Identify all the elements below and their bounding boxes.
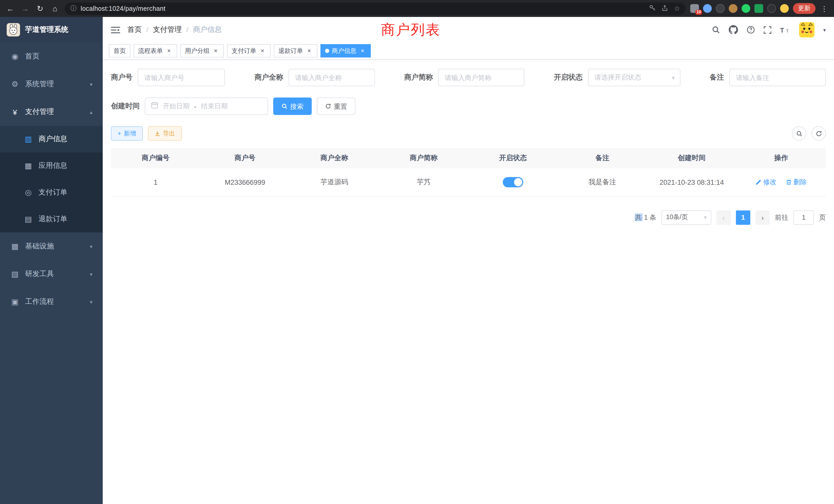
page-size-select[interactable]: 10条/页 ▾	[661, 210, 711, 225]
sidebar-item-dev-tools[interactable]: ▧ 研发工具 ▾	[0, 260, 103, 288]
table-row: 1 M233666999 芋道源码 芋艿 我是备注 2021-10-23 08:…	[111, 168, 826, 197]
goto-page-input[interactable]	[793, 210, 814, 225]
sidebar-toggle-icon[interactable]	[111, 26, 120, 33]
tab-refund-orders[interactable]: 退款订单 ×	[274, 44, 317, 58]
screen: ← → ↻ ⌂ ⓘ localhost:1024/pay/merchant ☆ …	[0, 0, 834, 504]
browser-update-button[interactable]: 更新	[793, 3, 815, 14]
export-button[interactable]: 导出	[148, 126, 182, 141]
close-icon[interactable]: ×	[166, 47, 173, 54]
table-header-row: 商户编号 商户号 商户全称 商户简称 开启状态 备注 创建时间 操作	[111, 148, 826, 168]
address-bar[interactable]: ⓘ localhost:1024/pay/merchant ☆	[65, 2, 686, 15]
tab-merchant-info[interactable]: 商户信息 ×	[321, 44, 371, 58]
full-name-label: 商户全称	[255, 73, 283, 82]
breadcrumb-separator: /	[186, 26, 189, 34]
browser-menu-icon[interactable]: ⋮	[820, 4, 829, 13]
browser-reload-icon[interactable]: ↻	[35, 0, 45, 17]
browser-profile-avatar[interactable]	[780, 4, 789, 13]
search-button[interactable]: 搜索	[273, 97, 312, 115]
search-icon[interactable]	[712, 26, 720, 34]
extension-icon[interactable]	[767, 4, 776, 13]
status-select-placeholder: 请选择开启状态	[594, 73, 641, 82]
close-icon[interactable]: ×	[259, 47, 266, 54]
extension-icon[interactable]	[729, 4, 738, 13]
browser-back-icon[interactable]: ←	[5, 0, 16, 17]
page-info-icon[interactable]: ⓘ	[70, 4, 76, 13]
right-toolbar	[792, 126, 826, 141]
svg-text:T: T	[786, 28, 789, 33]
sidebar-item-infrastructure[interactable]: ▦ 基础设施 ▾	[0, 232, 103, 260]
close-icon[interactable]: ×	[359, 47, 366, 54]
app-logo[interactable]: 芋道管理系统	[0, 17, 103, 43]
full-name-input[interactable]	[288, 69, 375, 86]
tab-pay-orders[interactable]: 支付订单 ×	[227, 44, 271, 58]
extension-icon[interactable]	[703, 4, 712, 13]
chevron-up-icon: ▴	[90, 109, 92, 115]
sidebar-item-system[interactable]: ⚙ 系统管理 ▾	[0, 70, 103, 98]
font-size-icon[interactable]: TT	[780, 26, 790, 33]
user-avatar[interactable]	[799, 22, 814, 38]
tab-label: 支付订单	[232, 46, 256, 55]
pagination: 共 1 条 10条/页 ▾ ‹ 1 › 前往 页	[111, 210, 826, 225]
sidebar-item-payment[interactable]: ¥ 支付管理 ▴	[0, 98, 103, 126]
edit-link[interactable]: 修改	[755, 178, 776, 187]
extension-icon[interactable]	[742, 4, 750, 13]
breadcrumb-item-home[interactable]: 首页	[127, 25, 142, 35]
reset-button[interactable]: 重置	[317, 97, 355, 115]
col-header: 备注	[558, 148, 647, 168]
refresh-table-button[interactable]	[811, 126, 826, 141]
toggle-search-button[interactable]	[792, 126, 806, 141]
breadcrumb-item-payment[interactable]: 支付管理	[153, 25, 182, 35]
next-page-button[interactable]: ›	[755, 210, 770, 225]
extensions-puzzle-icon[interactable]: 10	[690, 4, 699, 13]
prev-page-button[interactable]: ‹	[717, 210, 731, 225]
sidebar-item-workflow[interactable]: ▣ 工作流程 ▾	[0, 288, 103, 316]
url-text[interactable]: localhost:1024/pay/merchant	[81, 5, 645, 12]
sidebar-item-label: 研发工具	[25, 270, 54, 279]
sidebar-item-pay-orders[interactable]: ◎ 支付订单	[0, 179, 103, 206]
cell-short-name: 芋艿	[379, 168, 468, 197]
share-icon[interactable]	[662, 4, 668, 13]
merchant-no-input[interactable]	[138, 69, 225, 86]
export-button-label: 导出	[163, 130, 175, 137]
status-select[interactable]: 请选择开启状态 ▾	[588, 69, 680, 86]
chevron-down-icon[interactable]: ▾	[823, 27, 826, 32]
search-button-label: 搜索	[290, 103, 304, 110]
github-icon[interactable]	[729, 25, 738, 35]
tab-user-group[interactable]: 用户分组 ×	[180, 44, 224, 58]
breadcrumb: 首页 / 支付管理 / 商户信息	[127, 25, 222, 35]
grid-icon: ▦	[24, 161, 33, 170]
refresh-icon	[325, 103, 331, 109]
delete-link[interactable]: 删除	[786, 178, 807, 187]
page-1-button[interactable]: 1	[736, 210, 750, 225]
tab-label: 用户分组	[185, 46, 210, 55]
remark-input[interactable]	[729, 69, 826, 86]
close-icon[interactable]: ×	[306, 47, 313, 54]
target-icon: ◎	[24, 188, 33, 197]
short-name-input[interactable]	[438, 69, 524, 86]
fullscreen-icon[interactable]	[764, 26, 771, 33]
tab-process-form[interactable]: 流程表单 ×	[133, 44, 177, 58]
status-toggle[interactable]	[503, 177, 523, 188]
sidebar-item-label: 首页	[25, 52, 40, 61]
bookmark-star-icon[interactable]: ☆	[674, 5, 680, 12]
extension-icon[interactable]	[754, 4, 763, 13]
merchant-no-label: 商户号	[111, 73, 132, 82]
tab-home[interactable]: 首页	[109, 44, 130, 58]
sidebar-item-home[interactable]: ◉ 首页	[0, 43, 103, 70]
search-icon	[281, 103, 288, 109]
browser-forward-icon[interactable]: →	[20, 0, 30, 17]
close-icon[interactable]: ×	[212, 47, 219, 54]
sidebar-item-merchant-info[interactable]: ▥ 商户信息	[0, 126, 103, 153]
add-button[interactable]: + 新增	[111, 126, 143, 141]
key-icon[interactable]	[650, 4, 656, 13]
sidebar-item-refund-orders[interactable]: ▤ 退款订单	[0, 206, 103, 232]
help-icon[interactable]	[747, 26, 755, 34]
extension-icon[interactable]	[716, 4, 725, 13]
sidebar: 芋道管理系统 ◉ 首页 ⚙ 系统管理 ▾ ¥ 支付管理 ▴	[0, 17, 103, 504]
date-range-picker[interactable]: 开始日期 - 结束日期	[145, 97, 268, 115]
yen-icon: ¥	[10, 108, 20, 116]
dashboard-icon: ◉	[10, 52, 20, 61]
sidebar-item-label: 支付订单	[39, 188, 67, 197]
sidebar-item-app-info[interactable]: ▦ 应用信息	[0, 153, 103, 179]
browser-home-icon[interactable]: ⌂	[50, 0, 60, 17]
